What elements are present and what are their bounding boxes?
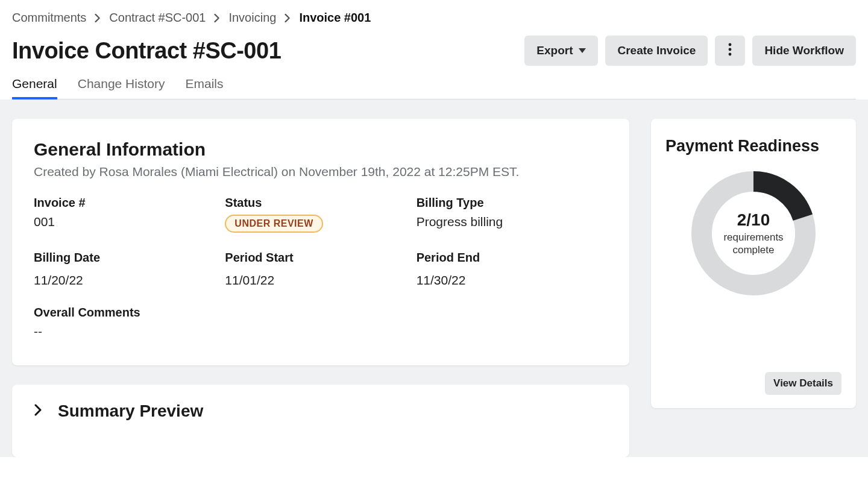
breadcrumb: Commitments Contract #SC-001 Invoicing I… — [12, 11, 856, 25]
field-label: Billing Date — [34, 251, 225, 265]
chevron-right-icon[interactable] — [34, 404, 42, 418]
general-information-card: General Information Created by Rosa Mora… — [12, 119, 629, 365]
export-label: Export — [536, 44, 573, 57]
general-heading: General Information — [34, 139, 608, 160]
field-status: Status UNDER REVIEW — [225, 196, 416, 233]
field-period-start: Period Start 11/01/22 — [225, 251, 416, 288]
tab-general[interactable]: General — [12, 77, 57, 99]
more-vertical-icon — [728, 43, 732, 59]
field-value: -- — [34, 324, 608, 339]
payment-readiness-card: Payment Readiness 2/10 requirementscompl… — [651, 119, 856, 408]
chevron-right-icon — [214, 14, 220, 22]
field-label: Status — [225, 196, 416, 210]
field-label: Overall Comments — [34, 306, 608, 320]
tabs: General Change History Emails — [12, 77, 856, 99]
field-value: Progress billing — [417, 215, 608, 229]
chevron-right-icon — [285, 14, 291, 22]
field-label: Period Start — [225, 251, 416, 265]
breadcrumb-current: Invoice #001 — [299, 11, 371, 25]
breadcrumb-link-contract[interactable]: Contract #SC-001 — [109, 11, 206, 25]
readiness-donut-chart: 2/10 requirementscomplete — [690, 170, 817, 297]
breadcrumb-link-commitments[interactable]: Commitments — [12, 11, 86, 25]
view-details-button[interactable]: View Details — [765, 372, 841, 395]
field-value: 11/30/22 — [417, 273, 608, 288]
tab-change-history[interactable]: Change History — [78, 77, 165, 99]
chevron-right-icon — [95, 14, 101, 22]
readiness-subtext: requirementscomplete — [723, 231, 783, 257]
export-button[interactable]: Export — [524, 36, 598, 66]
svg-point-2 — [729, 52, 732, 55]
readiness-count: 2/10 — [737, 210, 770, 230]
more-options-button[interactable] — [715, 36, 745, 66]
page-title: Invoice Contract #SC-001 — [12, 38, 281, 64]
field-value: 11/20/22 — [34, 273, 225, 288]
field-value: 001 — [34, 215, 225, 229]
field-billing-date: Billing Date 11/20/22 — [34, 251, 225, 288]
svg-point-0 — [729, 43, 732, 46]
field-label: Billing Type — [417, 196, 608, 210]
breadcrumb-link-invoicing[interactable]: Invoicing — [228, 11, 276, 25]
status-badge: UNDER REVIEW — [225, 215, 322, 233]
create-invoice-button[interactable]: Create Invoice — [605, 36, 708, 66]
svg-point-1 — [729, 48, 732, 51]
field-overall-comments: Overall Comments -- — [34, 306, 608, 339]
hide-workflow-button[interactable]: Hide Workflow — [752, 36, 856, 66]
field-period-end: Period End 11/30/22 — [417, 251, 608, 288]
field-billing-type: Billing Type Progress billing — [417, 196, 608, 233]
summary-heading: Summary Preview — [58, 402, 203, 421]
field-label: Period End — [417, 251, 608, 265]
field-value: 11/01/22 — [225, 273, 416, 288]
readiness-heading: Payment Readiness — [665, 137, 841, 156]
summary-preview-card: Summary Preview — [12, 385, 629, 457]
field-label: Invoice # — [34, 196, 225, 210]
created-by-line: Created by Rosa Morales (Miami Electrica… — [34, 165, 608, 179]
field-invoice-number: Invoice # 001 — [34, 196, 225, 233]
header-actions: Export Create Invoice Hide Workflow — [524, 36, 856, 66]
caret-down-icon — [579, 48, 586, 53]
tab-emails[interactable]: Emails — [185, 77, 223, 99]
